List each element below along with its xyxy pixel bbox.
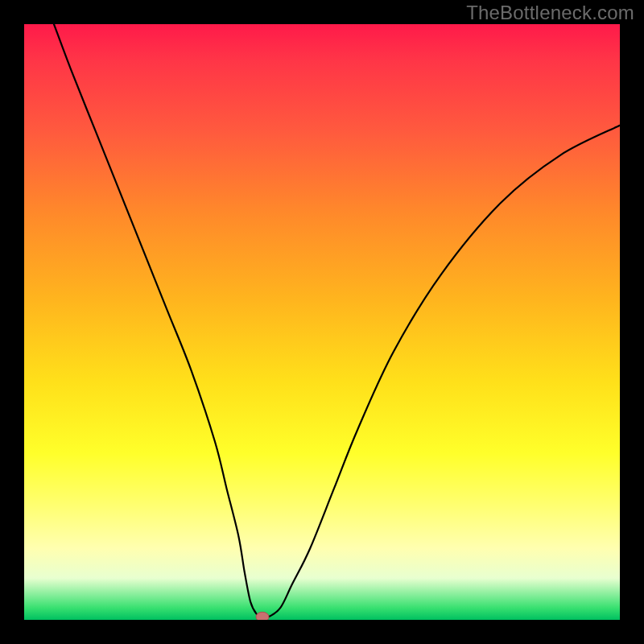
chart-frame: TheBottleneck.com <box>0 0 644 644</box>
curve-svg <box>24 24 620 620</box>
attribution-text: TheBottleneck.com <box>466 2 634 24</box>
plot-area <box>24 24 620 620</box>
bottleneck-curve <box>54 24 620 617</box>
optimal-marker <box>256 612 269 620</box>
